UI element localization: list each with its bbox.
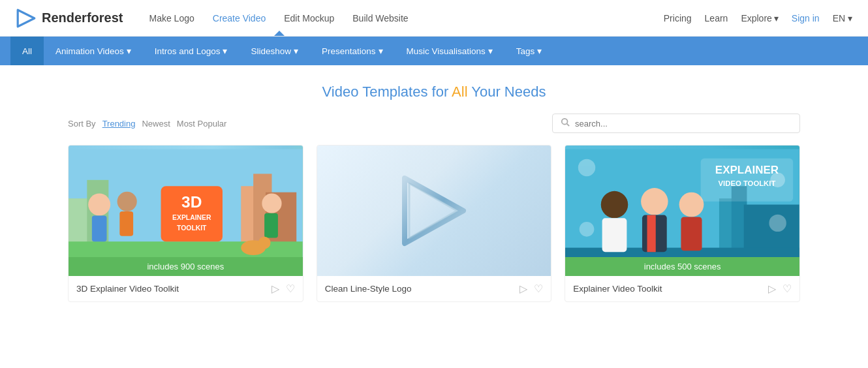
play-button-3d[interactable]: ▷: [271, 283, 279, 295]
svg-point-42: [771, 172, 786, 187]
card-thumb-explainer[interactable]: EXPLAINER VIDEO TOOLKIT includes 500 sce…: [565, 146, 799, 276]
card-label-3d: includes 900 scenes: [69, 257, 303, 276]
cat-presentations[interactable]: Presentations ▾: [310, 37, 395, 65]
cat-intros-logos[interactable]: Intros and Logos ▾: [143, 37, 240, 65]
card-actions-3d: ▷ ♡: [271, 283, 295, 295]
svg-point-1: [562, 119, 568, 125]
header: Renderforest Make Logo Create Video Edit…: [0, 0, 868, 37]
svg-text:VIDEO TOOLKIT: VIDEO TOOLKIT: [719, 179, 776, 187]
logo-text: Renderforest: [42, 10, 123, 25]
line-logo-icon: [395, 172, 473, 250]
svg-text:EXPLAINER: EXPLAINER: [715, 164, 779, 176]
svg-rect-30: [602, 218, 627, 252]
svg-point-43: [580, 222, 595, 237]
nav-create-video[interactable]: Create Video: [213, 13, 266, 23]
svg-text:TOOLKIT: TOOLKIT: [177, 224, 207, 232]
svg-rect-17: [119, 211, 133, 236]
svg-line-2: [567, 124, 570, 127]
category-bar: All Animation Videos ▾ Intros and Logos …: [0, 37, 868, 65]
card-thumb-line[interactable]: [317, 146, 551, 276]
card-footer-line: Clean Line-Style Logo ▷ ♡: [317, 276, 551, 301]
thumb-explainer-illustration: EXPLAINER VIDEO TOOLKIT: [565, 146, 799, 276]
logo[interactable]: Renderforest: [16, 8, 123, 29]
nav-learn[interactable]: Learn: [705, 13, 728, 23]
card-title-3d: 3D Explainer Video Toolkit: [76, 284, 179, 294]
nav-lang[interactable]: EN ▾: [833, 13, 852, 23]
main-nav: Make Logo Create Video Edit Mockup Build…: [149, 13, 663, 23]
play-button-line[interactable]: ▷: [519, 283, 527, 295]
play-button-explainer[interactable]: ▷: [768, 283, 776, 295]
cat-tags-chevron-icon: ▾: [537, 46, 542, 56]
lang-chevron-icon: ▾: [848, 13, 852, 23]
sort-by: Sort By Trending Newest Most Popular: [68, 119, 226, 129]
thumb-line-content: [317, 146, 551, 276]
nav-build-website[interactable]: Build Website: [352, 13, 408, 23]
cat-music-vis[interactable]: Music Visualisations ▾: [395, 37, 504, 65]
svg-point-29: [601, 191, 628, 219]
cat-animation-videos[interactable]: Animation Videos ▾: [44, 37, 143, 65]
svg-point-18: [262, 194, 281, 213]
page-heading: Video Templates for All Your Needs: [0, 84, 868, 100]
cat-slideshow-chevron-icon: ▾: [294, 46, 298, 56]
svg-point-41: [769, 215, 786, 232]
svg-marker-22: [405, 178, 463, 243]
card-footer-explainer: Explainer Video Toolkit ▷ ♡: [565, 276, 799, 301]
card-explainer: EXPLAINER VIDEO TOOLKIT includes 500 sce…: [565, 145, 800, 302]
cat-all[interactable]: All: [10, 37, 44, 65]
cat-intros-chevron-icon: ▾: [223, 46, 227, 56]
card-3d-explainer: 3D EXPLAINER TOOLKIT inclu: [68, 145, 303, 302]
nav-explore[interactable]: Explore ▾: [741, 13, 778, 23]
nav-make-logo[interactable]: Make Logo: [149, 13, 194, 23]
like-button-explainer[interactable]: ♡: [783, 283, 792, 295]
search-box: [552, 114, 800, 133]
card-line-style: Clean Line-Style Logo ▷ ♡: [317, 145, 552, 302]
nav-edit-mockup[interactable]: Edit Mockup: [284, 13, 334, 23]
cards-grid: 3D EXPLAINER TOOLKIT inclu: [0, 145, 868, 302]
svg-rect-19: [264, 213, 278, 238]
thumb-3d-illustration: 3D EXPLAINER TOOLKIT: [69, 146, 303, 276]
card-title-line: Clean Line-Style Logo: [325, 284, 412, 294]
search-icon: [561, 117, 570, 129]
svg-point-14: [88, 194, 110, 216]
sort-search-bar: Sort By Trending Newest Most Popular: [0, 114, 868, 133]
nav-right: Pricing Learn Explore ▾ Sign in EN ▾: [664, 13, 852, 23]
svg-rect-15: [92, 216, 107, 242]
card-actions-explainer: ▷ ♡: [768, 283, 792, 295]
svg-point-21: [258, 237, 271, 249]
svg-marker-0: [18, 10, 35, 27]
cat-anim-chevron-icon: ▾: [127, 46, 131, 56]
like-button-line[interactable]: ♡: [534, 283, 543, 295]
cat-pres-chevron-icon: ▾: [379, 46, 383, 56]
explore-chevron-icon: ▾: [774, 13, 779, 23]
active-nav-indicator: [274, 31, 285, 36]
thumb-3d-content: 3D EXPLAINER TOOLKIT: [69, 146, 303, 276]
card-footer-3d: 3D Explainer Video Toolkit ▷ ♡: [69, 276, 303, 301]
nav-pricing[interactable]: Pricing: [664, 13, 692, 23]
logo-icon: [16, 8, 37, 29]
svg-rect-35: [681, 217, 702, 251]
svg-point-31: [641, 188, 668, 215]
sort-label: Sort By: [68, 119, 96, 129]
sort-most-popular[interactable]: Most Popular: [177, 119, 227, 129]
svg-rect-33: [647, 215, 656, 253]
like-button-3d[interactable]: ♡: [286, 283, 295, 295]
cat-tags[interactable]: Tags ▾: [504, 37, 554, 65]
card-thumb-3d[interactable]: 3D EXPLAINER TOOLKIT inclu: [69, 146, 303, 276]
svg-point-40: [578, 159, 595, 176]
cat-slideshow[interactable]: Slideshow ▾: [239, 37, 310, 65]
svg-text:EXPLAINER: EXPLAINER: [172, 214, 211, 221]
card-label-explainer: includes 500 scenes: [565, 257, 799, 276]
card-title-explainer: Explainer Video Toolkit: [573, 284, 662, 294]
svg-point-16: [117, 192, 137, 211]
card-actions-line: ▷ ♡: [519, 283, 543, 295]
sort-newest[interactable]: Newest: [142, 119, 170, 129]
cat-music-chevron-icon: ▾: [488, 46, 493, 56]
svg-point-34: [679, 192, 704, 217]
nav-signin[interactable]: Sign in: [792, 13, 820, 23]
svg-text:3D: 3D: [181, 193, 202, 211]
search-input[interactable]: [575, 119, 792, 129]
sort-trending[interactable]: Trending: [102, 119, 136, 129]
